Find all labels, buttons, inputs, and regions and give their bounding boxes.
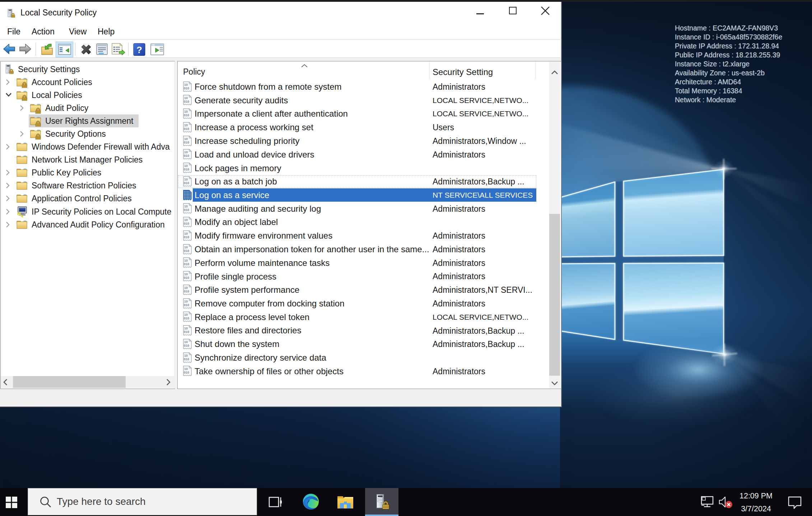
svg-text:010: 010 — [184, 303, 189, 307]
svg-text:010: 010 — [184, 357, 189, 361]
svg-text:10: 10 — [184, 218, 188, 222]
svg-text:10: 10 — [184, 205, 188, 208]
svg-text:10: 10 — [184, 354, 188, 357]
svg-text:010: 010 — [184, 330, 189, 334]
svg-text:010: 010 — [184, 168, 189, 171]
svg-text:10: 10 — [184, 123, 188, 127]
svg-text:010: 010 — [184, 249, 189, 253]
svg-text:010: 010 — [184, 344, 189, 347]
svg-text:10: 10 — [184, 178, 188, 181]
svg-text:010: 010 — [184, 316, 189, 320]
svg-text:010: 010 — [184, 141, 189, 144]
svg-text:010: 010 — [184, 86, 189, 90]
svg-text:010: 010 — [184, 222, 189, 225]
svg-text:010: 010 — [184, 100, 189, 103]
svg-text:010: 010 — [184, 262, 189, 266]
svg-text:010: 010 — [184, 290, 189, 293]
svg-text:10: 10 — [184, 137, 188, 141]
svg-text:10: 10 — [184, 300, 188, 303]
svg-text:010: 010 — [184, 181, 189, 185]
svg-text:010: 010 — [184, 154, 189, 158]
svg-text:010: 010 — [184, 127, 189, 131]
svg-text:10: 10 — [184, 110, 188, 113]
svg-text:010: 010 — [184, 371, 189, 374]
svg-text:10: 10 — [184, 286, 188, 290]
svg-text:10: 10 — [184, 232, 188, 235]
svg-text:10: 10 — [184, 96, 188, 100]
svg-text:10: 10 — [184, 340, 188, 344]
svg-text:?: ? — [136, 44, 142, 55]
svg-text:10: 10 — [184, 150, 188, 154]
svg-text:10: 10 — [184, 245, 188, 249]
svg-text:10: 10 — [184, 313, 188, 316]
svg-text:10: 10 — [184, 327, 188, 330]
svg-text:10: 10 — [184, 272, 188, 276]
svg-text:10: 10 — [184, 164, 188, 168]
svg-text:010: 010 — [184, 235, 189, 239]
svg-text:10: 10 — [184, 259, 188, 262]
svg-text:10: 10 — [184, 83, 188, 86]
svg-text:010: 010 — [184, 113, 189, 117]
svg-text:010: 010 — [184, 276, 189, 280]
svg-text:010: 010 — [184, 208, 189, 212]
svg-text:10: 10 — [184, 367, 188, 371]
